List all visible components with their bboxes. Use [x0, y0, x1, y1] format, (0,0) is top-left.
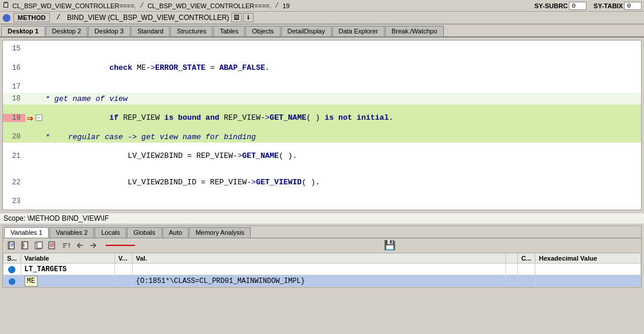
svg-rect-10	[49, 242, 55, 249]
line-content-18: * get name of view	[43, 95, 641, 103]
line-num-20: 20	[3, 133, 25, 141]
line-num-17: 17	[3, 83, 25, 91]
row1-vis	[114, 264, 132, 275]
variable-table: S... Variable V... Val. C... Hexadecimal…	[3, 253, 641, 287]
sy-tabix-field: SY-TABIX 0	[594, 2, 642, 10]
code-line-19: 19 ⇒ − if REP_VIEW is bound and REP_VIEW…	[3, 104, 641, 131]
desktop-tab-data-explorer[interactable]: Data Explorer	[332, 26, 385, 36]
save-icon[interactable]: 💾	[384, 240, 396, 251]
desktop-tab-detail-display[interactable]: DetailDisplay	[281, 26, 332, 36]
table-row[interactable]: 🔵 ME {O:1851*\CLASS=CL_PRD01_MAINWINDOW_…	[4, 275, 641, 287]
desktop-tab-2[interactable]: Desktop 2	[46, 26, 88, 36]
row2-vis	[114, 275, 132, 287]
doc-icon: 🗒	[2, 1, 10, 10]
line-content-19: if REP_VIEW is bound and REP_VIEW->GET_N…	[43, 104, 641, 131]
path1-text: CL_BSP_WD_VIEW_CONTROLLER====.	[12, 2, 136, 9]
red-line	[106, 245, 135, 246]
vtb-icon-4[interactable]	[47, 240, 59, 251]
col-header-status: S...	[4, 254, 21, 264]
line-num-19: 19	[3, 114, 25, 122]
sy-subrc-label: SY-SUBRC	[534, 2, 568, 9]
col-header-variable: Variable	[21, 254, 114, 264]
row1-hex	[535, 264, 641, 275]
method-row: ⬤ METHOD / BIND_VIEW (CL_BSP_WD_VIEW_CON…	[0, 12, 644, 24]
row2-variable: ME	[21, 275, 114, 287]
red-line-divider	[106, 245, 135, 246]
row2-status: 🔵	[4, 275, 21, 287]
method-label: METHOD	[14, 13, 50, 22]
row2-val: {O:1851*\CLASS=CL_PRD01_MAINWINDOW_IMPL}	[132, 275, 505, 287]
table-header-row: S... Variable V... Val. C... Hexadecimal…	[4, 254, 641, 264]
svg-text:E: E	[23, 243, 25, 248]
title-row: 🗒 CL_BSP_WD_VIEW_CONTROLLER====. / CL_BS…	[0, 0, 644, 12]
sy-subrc-value: 0	[569, 2, 586, 10]
line-content-16: check ME->ERROR_STATE = ABAP_FALSE.	[43, 55, 641, 81]
scope-bar: Scope: \METHOD BIND_VIEW\IF	[0, 212, 644, 224]
desktop-tab-objects[interactable]: Objects	[245, 26, 280, 36]
col-header-vis: V...	[114, 254, 132, 264]
line-fold-19[interactable]: −	[35, 114, 43, 121]
var-tab-variables1[interactable]: Variables 1	[4, 227, 49, 238]
line-content-22: LV_VIEW2BIND_ID = REP_VIEW->GET_VIEWID( …	[43, 169, 641, 195]
variable-toolbar: E 💾	[3, 238, 641, 253]
var-tab-memory-analysis[interactable]: Memory Analysis	[189, 227, 251, 238]
desktop-tab-structures[interactable]: Structures	[170, 26, 213, 36]
code-area: 15 16 check ME->ERROR_STATE = ABAP_FALSE…	[2, 40, 642, 210]
line-num-18: 18	[3, 95, 25, 103]
path-segment-1: CL_BSP_WD_VIEW_CONTROLLER====.	[12, 2, 136, 9]
line-num-15: 15	[3, 45, 25, 53]
desktop-tab-break-watchpo[interactable]: Break./Watchpo	[385, 26, 444, 36]
row1-empty	[505, 264, 517, 275]
desktop-tab-standard[interactable]: Standard	[131, 26, 170, 36]
row1-var-name: LT_TARGETS	[25, 265, 67, 274]
col-header-c: C...	[517, 254, 535, 264]
line-num-16: 16	[3, 64, 25, 72]
sy-tabix-label: SY-TABIX	[594, 2, 623, 9]
vtb-icon-1[interactable]	[6, 240, 18, 251]
table-row[interactable]: 🔵 LT_TARGETS	[4, 264, 641, 275]
code-line-23: 23	[3, 195, 641, 207]
bean-icon: ⬤	[2, 13, 11, 22]
code-line-22: 22 LV_VIEW2BIND_ID = REP_VIEW->GET_VIEWI…	[3, 169, 641, 195]
desktop-tab-tables[interactable]: Tables	[213, 26, 245, 36]
code-line-17: 17	[3, 81, 641, 93]
code-line-20: 20 * regular case -> get view name for b…	[3, 131, 641, 143]
row2-empty	[505, 275, 517, 287]
col-header-empty	[505, 254, 517, 264]
vtb-icon-3[interactable]	[33, 240, 45, 251]
vtb-icon-5[interactable]	[60, 240, 72, 251]
var-tab-auto[interactable]: Auto	[163, 227, 189, 238]
scope-text: Scope: \METHOD BIND_VIEW\IF	[4, 214, 109, 222]
var-tab-locals[interactable]: Locals	[95, 227, 126, 238]
desktop-tabs: Desktop 1 Desktop 2 Desktop 3 Standard S…	[0, 25, 644, 38]
line-content-21: LV_VIEW2BIND = REP_VIEW->GET_NAME( ).	[43, 143, 641, 169]
code-line-16: 16 check ME->ERROR_STATE = ABAP_FALSE.	[3, 55, 641, 81]
vtb-icon-7[interactable]	[87, 240, 99, 251]
row2-var-input[interactable]: ME	[25, 276, 38, 286]
top-bar: 🗒 CL_BSP_WD_VIEW_CONTROLLER====. / CL_BS…	[0, 0, 644, 25]
row1-status: 🔵	[4, 264, 21, 275]
save-icon-area: 💾	[141, 240, 638, 251]
line-number-display: 19	[282, 2, 289, 9]
method-sep: /	[52, 14, 65, 22]
bottom-panel: Variables 1 Variables 2 Locals Globals A…	[2, 225, 642, 288]
line-num-23: 23	[3, 197, 25, 205]
svg-rect-1	[9, 242, 14, 249]
row1-status-icon: 🔵	[8, 266, 16, 273]
header-icon-1[interactable]: 🖼	[231, 13, 242, 22]
vtb-icon-6[interactable]	[74, 240, 86, 251]
col-header-hex: Hexadecimal Value	[535, 254, 641, 264]
line-num-22: 22	[3, 178, 25, 187]
code-lines: 15 16 check ME->ERROR_STATE = ABAP_FALSE…	[3, 41, 641, 210]
row2-val-text: {O:1851*\CLASS=CL_PRD01_MAINWINDOW_IMPL}	[136, 277, 305, 285]
desktop-tab-1[interactable]: Desktop 1	[1, 26, 45, 36]
var-tab-globals[interactable]: Globals	[127, 227, 161, 238]
desktop-tab-3[interactable]: Desktop 3	[88, 26, 130, 36]
vtb-icon-2[interactable]: E	[20, 240, 32, 251]
line-arrow-19: ⇒	[25, 112, 35, 124]
var-tab-variables2[interactable]: Variables 2	[49, 227, 94, 238]
path-segment-2: CL_BSP_WD_VIEW_CONTROLLER====.	[147, 2, 271, 9]
header-icon-2[interactable]: ℹ	[243, 13, 254, 22]
row1-val	[132, 264, 505, 275]
header-icons: 🖼 ℹ	[231, 13, 254, 22]
